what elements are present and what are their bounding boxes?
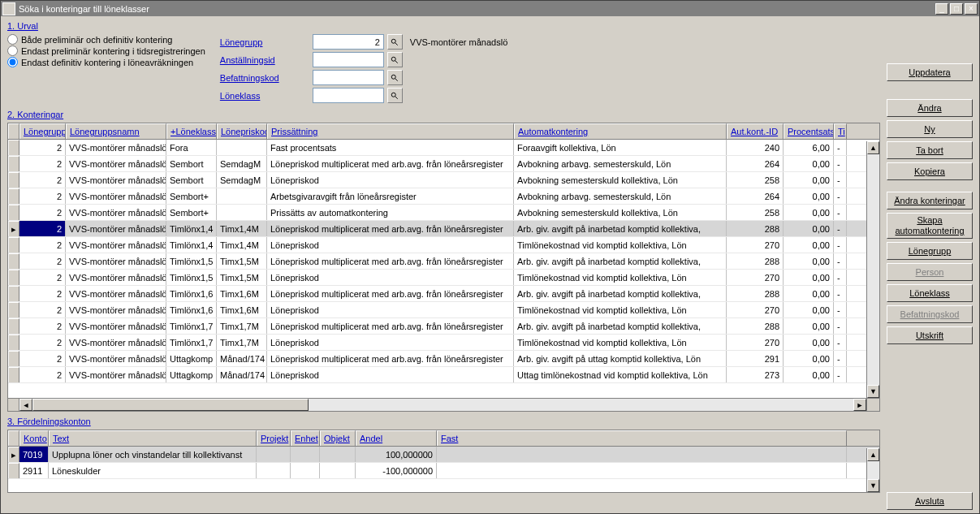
utskrift-button[interactable]: Utskrift xyxy=(887,326,973,344)
urval-radio-1[interactable]: Endast preliminär kontering i tidsregist… xyxy=(7,45,205,56)
cell: 2 xyxy=(19,367,66,382)
minimize-button[interactable]: _ xyxy=(935,3,948,15)
table-row[interactable]: 2VVS-montörer månadslönSembort+Arbetsgiv… xyxy=(8,188,879,205)
row-indicator xyxy=(8,172,19,188)
horizontal-scrollbar[interactable]: ◄ ► xyxy=(8,398,879,411)
cell: Timlönx1,4 xyxy=(166,221,217,236)
column-header[interactable]: Lönepriskod xyxy=(217,123,267,139)
cell: 0,00 xyxy=(784,205,834,220)
table-row[interactable]: 2VVS-montörer månadslönUttagkompMånad/17… xyxy=(8,351,879,367)
andra-button[interactable]: Ändra xyxy=(887,99,973,117)
cell: Uttagkomp xyxy=(166,367,217,382)
table-row[interactable]: ▸7019Upplupna löner och vinstandelar til… xyxy=(8,447,879,463)
field-input-0[interactable] xyxy=(313,34,384,50)
scroll-right-icon[interactable]: ► xyxy=(853,399,866,411)
cell: 2 xyxy=(19,335,66,350)
table-row[interactable]: 2VVS-montörer månadslönSembortSemdagMLön… xyxy=(8,172,879,188)
cell: Lönepriskod multiplicerat med arb.avg. f… xyxy=(267,253,514,269)
scroll-up-icon[interactable]: ▲ xyxy=(867,141,879,154)
table-row[interactable]: ▸2VVS-montörer månadslönTimlönx1,4Timx1,… xyxy=(8,221,879,237)
urval-radio-0[interactable]: Både preliminär och definitiv kontering xyxy=(7,34,205,45)
cell: Avbokning semesterskuld kollektiva, Lön xyxy=(514,205,727,220)
table-row[interactable]: 2VVS-montörer månadslönTimlönx1,7Timx1,7… xyxy=(8,318,879,335)
table-row[interactable]: 2VVS-montörer månadslönSembortSemdagMLön… xyxy=(8,156,879,172)
cell: 240 xyxy=(727,140,784,155)
cell: VVS-montörer månadslön xyxy=(66,367,166,382)
svg-line-5 xyxy=(395,78,398,80)
ny-button[interactable]: Ny xyxy=(887,120,973,138)
field-input-3[interactable] xyxy=(313,88,384,103)
column-header[interactable]: Andel xyxy=(356,430,437,446)
cell: Timlönx1,7 xyxy=(166,318,217,334)
table-row[interactable]: 2VVS-montörer månadslönForaFast procents… xyxy=(8,140,879,156)
scroll-thumb[interactable] xyxy=(32,399,309,411)
vertical-scrollbar[interactable]: ▲ ▼ xyxy=(866,141,879,398)
table-row[interactable]: 2VVS-montörer månadslönTimlönx1,4Timx1,4… xyxy=(8,237,879,253)
cell: 0,00 xyxy=(784,351,834,366)
column-header[interactable]: Objekt xyxy=(320,430,356,446)
table-row[interactable]: 2VVS-montörer månadslönTimlönx1,7Timx1,7… xyxy=(8,335,879,351)
cell: 270 xyxy=(727,270,784,285)
konteringar-grid[interactable]: LönegruppLönegruppsnamn+LöneklassLönepri… xyxy=(7,123,880,412)
skapa-automatkontering-button[interactable]: Skapaautomatkontering xyxy=(887,213,973,239)
table-row[interactable]: 2VVS-montörer månadslönTimlönx1,6Timx1,6… xyxy=(8,302,879,318)
lookup-button-3[interactable] xyxy=(387,88,403,103)
lookup-button-2[interactable] xyxy=(387,70,403,85)
lookup-button-0[interactable] xyxy=(387,34,403,50)
table-row[interactable]: 2VVS-montörer månadslönTimlönx1,5Timx1,5… xyxy=(8,270,879,286)
vertical-scrollbar[interactable]: ▲ ▼ xyxy=(866,448,879,492)
window: Söka i konteringar till löneklasser _ □ … xyxy=(0,0,980,514)
column-header[interactable]: Prissättning xyxy=(267,123,514,139)
column-header[interactable]: Procentsats xyxy=(784,123,834,139)
cell: 2911 xyxy=(19,463,49,478)
column-header[interactable]: Lönegruppsnamn xyxy=(66,123,166,139)
scroll-up-icon[interactable]: ▲ xyxy=(867,448,879,461)
cell: - xyxy=(834,237,847,253)
scroll-down-icon[interactable]: ▼ xyxy=(867,479,879,492)
column-header[interactable]: Aut.kont.-ID xyxy=(727,123,784,139)
cell: Timx1,6M xyxy=(217,302,267,317)
cell: - xyxy=(834,221,847,236)
andra-konteringar-button[interactable]: Ändra konteringar xyxy=(887,192,973,209)
cell: Lönepriskod multiplicerat med arb.avg. f… xyxy=(267,318,514,334)
cell: 288 xyxy=(727,318,784,334)
cell: VVS-montörer månadslön xyxy=(66,237,166,253)
column-header[interactable]: Ti xyxy=(834,123,847,139)
column-header[interactable]: Projekt xyxy=(257,430,291,446)
column-header[interactable]: Enhet xyxy=(291,430,320,446)
lookup-button-1[interactable] xyxy=(387,52,403,67)
cell: Timx1,5M xyxy=(217,253,267,269)
svg-point-4 xyxy=(392,75,396,79)
column-header[interactable]: Konto xyxy=(19,430,49,446)
scroll-left-icon[interactable]: ◄ xyxy=(19,399,32,411)
urval-radio-2[interactable]: Endast definitiv kontering i löneavräkni… xyxy=(7,57,205,67)
loneklass-button[interactable]: Löneklass xyxy=(887,284,973,302)
table-row[interactable]: 2911Löneskulder-100,000000 xyxy=(8,463,879,479)
svg-point-0 xyxy=(392,39,396,43)
column-header[interactable]: Fast xyxy=(437,430,847,446)
column-header[interactable]: Lönegrupp xyxy=(19,123,66,139)
field-input-2[interactable] xyxy=(313,70,384,85)
cell: VVS-montörer månadslön xyxy=(66,172,166,188)
table-row[interactable]: 2VVS-montörer månadslönTimlönx1,5Timx1,5… xyxy=(8,253,879,270)
lonegrupp-button[interactable]: Lönegrupp xyxy=(887,242,973,260)
table-row[interactable]: 2VVS-montörer månadslönUttagkompMånad/17… xyxy=(8,367,879,383)
tabort-button[interactable]: Ta bort xyxy=(887,141,973,159)
uppdatera-button[interactable]: Uppdatera xyxy=(887,63,973,81)
scroll-down-icon[interactable]: ▼ xyxy=(867,385,879,398)
table-row[interactable]: 2VVS-montörer månadslönSembort+Prissätts… xyxy=(8,205,879,221)
column-header[interactable]: +Löneklass xyxy=(166,123,217,139)
cell: Timlönekostnad vid komptid kollektiva, L… xyxy=(514,302,727,317)
titlebar[interactable]: Söka i konteringar till löneklasser _ □ … xyxy=(1,1,979,16)
column-header[interactable]: Text xyxy=(49,430,257,446)
avsluta-button[interactable]: Avsluta xyxy=(887,492,973,510)
table-row[interactable]: 2VVS-montörer månadslönTimlönx1,6Timx1,6… xyxy=(8,286,879,302)
column-header[interactable]: Automatkontering xyxy=(514,123,727,139)
cell: Månad/174 xyxy=(217,351,267,366)
cell: Timlönekostnad vid komptid kollektiva, L… xyxy=(514,335,727,350)
close-button[interactable]: × xyxy=(965,3,978,15)
fordelning-grid[interactable]: KontoTextProjektEnhetObjektAndelFast ▸70… xyxy=(7,430,880,493)
maximize-button[interactable]: □ xyxy=(950,3,963,15)
field-input-1[interactable] xyxy=(313,52,384,67)
kopiera-button[interactable]: Kopiera xyxy=(887,162,973,180)
